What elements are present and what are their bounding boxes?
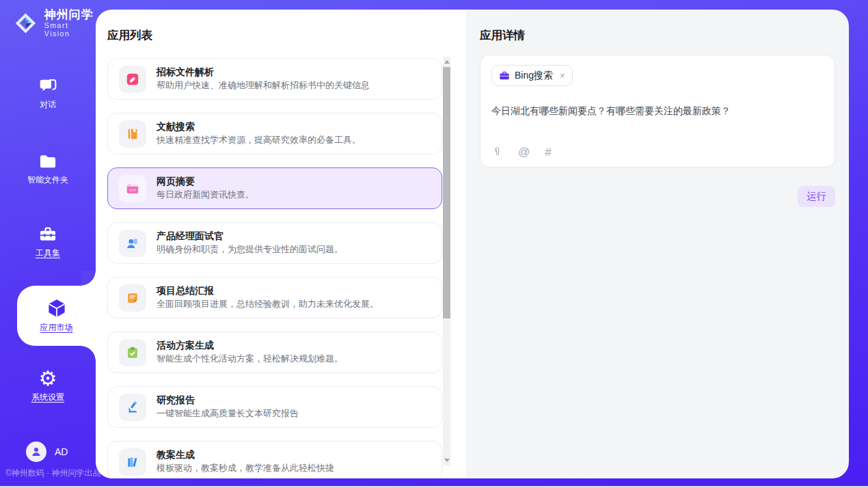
content-panel: 应用列表 招标文件解析 帮助用户快速、准确地理解和解析招标书中的关键信息	[96, 10, 849, 478]
app-desc: 智能生成个性化活动方案，轻松解决规划难题。	[157, 352, 343, 366]
app-name: 网页摘要	[157, 175, 254, 188]
cube-icon	[46, 298, 67, 318]
brand-name: 神州问学	[44, 8, 96, 21]
chat-icon	[38, 77, 57, 96]
app-detail-title: 应用详情	[480, 27, 835, 42]
microscope-icon	[119, 394, 146, 421]
paperclip-icon[interactable]	[491, 146, 503, 159]
briefcase-icon	[499, 70, 510, 81]
app-card-research-report[interactable]: 研究报告 一键智能生成高质量长文本研究报告	[107, 386, 442, 428]
scrollbar-thumb[interactable]	[443, 67, 450, 318]
gear-icon: ⚙	[39, 369, 57, 388]
sidebar-item-label: 智能文件夹	[27, 174, 68, 186]
interviewer-icon	[119, 230, 146, 257]
brand-diamond-icon	[12, 10, 39, 37]
webpage-code-icon: </>	[119, 175, 146, 202]
tool-tag-label: Bing搜索	[515, 70, 553, 82]
tender-doc-icon	[119, 66, 146, 93]
app-list-pane: 应用列表 招标文件解析 帮助用户快速、准确地理解和解析招标书中的关键信息	[96, 10, 466, 478]
brand-logo: 神州问学 Smart Vision	[12, 8, 96, 38]
app-card-webpage-summary[interactable]: </> 网页摘要 每日政府新闻资讯快查。	[107, 167, 442, 209]
mention-icon[interactable]: @	[518, 146, 530, 159]
person-icon	[30, 446, 42, 458]
svg-text:</>: </>	[129, 187, 137, 191]
app-card-lesson-plan[interactable]: 教案生成 模板驱动，教案秒成，教学准备从此轻松快捷	[107, 441, 442, 478]
run-button[interactable]: 运行	[798, 186, 835, 207]
sidebar-item-toolset[interactable]: 工具集	[0, 225, 96, 259]
sidebar-item-chat[interactable]: 对话	[0, 77, 96, 111]
hash-icon[interactable]: #	[545, 146, 551, 159]
app-desc: 全面回顾项目进展，总结经验教训，助力未来优化发展。	[157, 297, 379, 311]
tool-tag-bing-search[interactable]: Bing搜索 ×	[491, 65, 573, 86]
app-desc: 帮助用户快速、准确地理解和解析招标书中的关键信息	[157, 79, 370, 92]
app-name: 文献搜索	[157, 120, 361, 133]
app-list-title: 应用列表	[107, 27, 466, 42]
copyright-text: ©神州数码 · 神州问学出品	[5, 467, 97, 479]
toolbox-icon	[38, 225, 57, 244]
user-profile[interactable]: AD	[26, 442, 68, 462]
app-detail-pane: 应用详情 Bing搜索 × 今日湖北有哪些新闻要点？有哪些需要关注的最新政策？ …	[466, 10, 849, 478]
sidebar-item-label: 对话	[40, 99, 56, 111]
app-card-project-summary[interactable]: 项目总结汇报 全面回顾项目进展，总结经验教训，助力未来优化发展。	[107, 277, 442, 318]
clipboard-check-icon	[119, 339, 146, 366]
active-tab-curve-bottom	[81, 346, 96, 361]
sidebar-item-smart-folder[interactable]: 智能文件夹	[0, 152, 96, 186]
app-desc: 每日政府新闻资讯快查。	[157, 188, 254, 202]
app-card-pm-interviewer[interactable]: 产品经理面试官 明确身份和职责，为您提供专业性的面试问题。	[107, 222, 442, 264]
app-card-literature-search[interactable]: 文献搜索 快速精准查找学术资源，提高研究效率的必备工具。	[107, 113, 442, 154]
app-name: 产品经理面试官	[157, 230, 343, 243]
avatar	[26, 442, 46, 462]
run-row: 运行	[480, 186, 835, 207]
app-name: 研究报告	[157, 394, 299, 407]
literature-book-icon	[119, 120, 146, 148]
app-name: 活动方案生成	[157, 339, 343, 352]
sidebar-item-label: 应用市场	[40, 322, 73, 334]
app-card-tender-parse[interactable]: 招标文件解析 帮助用户快速、准确地理解和解析招标书中的关键信息	[107, 58, 442, 100]
sidebar: 神州问学 Smart Vision 对话 智能文件夹 工具集	[0, 0, 96, 488]
note-icon	[119, 284, 146, 312]
query-text[interactable]: 今日湖北有哪些新闻要点？有哪些需要关注的最新政策？	[491, 104, 824, 118]
app-card-activity-plan[interactable]: 活动方案生成 智能生成个性化活动方案，轻松解决规划难题。	[107, 331, 442, 373]
active-tab-curve-top	[81, 271, 96, 286]
user-initials: AD	[55, 446, 68, 457]
scrollbar[interactable]	[443, 57, 450, 465]
app-name: 项目总结汇报	[157, 284, 379, 297]
scroll-up-arrow[interactable]	[444, 60, 450, 64]
sidebar-item-label: 系统设置	[31, 392, 64, 403]
sidebar-item-settings[interactable]: ⚙ 系统设置	[0, 369, 96, 403]
scroll-down-arrow[interactable]	[444, 459, 450, 462]
remove-tag-button[interactable]: ×	[560, 70, 565, 81]
folder-icon	[38, 152, 57, 171]
books-icon	[119, 448, 146, 476]
app-list: 招标文件解析 帮助用户快速、准确地理解和解析招标书中的关键信息 文献搜索 快速精…	[107, 58, 442, 478]
app-desc: 明确身份和职责，为您提供专业性的面试问题。	[157, 243, 343, 256]
sidebar-item-label: 工具集	[36, 247, 60, 259]
app-desc: 快速精准查找学术资源，提高研究效率的必备工具。	[157, 133, 361, 147]
app-desc: 模板驱动，教案秒成，教学准备从此轻松快捷	[157, 461, 334, 475]
query-card: Bing搜索 × 今日湖北有哪些新闻要点？有哪些需要关注的最新政策？ @ #	[480, 55, 835, 167]
sidebar-item-app-market[interactable]: 应用市场	[17, 286, 96, 346]
brand-subtitle: Smart Vision	[44, 21, 96, 38]
app-name: 教案生成	[157, 448, 334, 461]
app-name: 招标文件解析	[157, 66, 370, 79]
attachment-toolbar: @ #	[491, 146, 552, 159]
app-desc: 一键智能生成高质量长文本研究报告	[157, 407, 299, 420]
